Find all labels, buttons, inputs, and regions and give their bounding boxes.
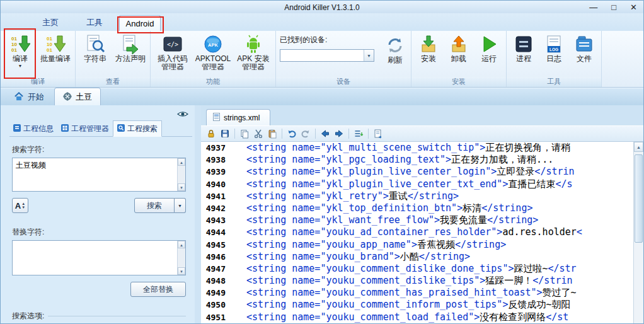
editor-scrollbar[interactable]: ▲ bbox=[633, 142, 643, 323]
replace-input-box: ▲ ▼ bbox=[12, 240, 186, 275]
code-line[interactable]: 4945 <string name="youku_app_name">香蕉视频<… bbox=[201, 239, 633, 251]
scroll-up-icon[interactable]: ▲ bbox=[634, 142, 643, 152]
titlebar: Android Killer V1.3.1.0 — □ ✕ bbox=[1, 1, 643, 14]
tab-project-manager[interactable]: 工程管理器 bbox=[57, 120, 113, 136]
code-line[interactable]: 4951 <string name="youku_comment_load_fa… bbox=[201, 311, 633, 323]
run-button[interactable]: 运行 bbox=[474, 32, 503, 63]
code-line[interactable]: 4939 <string name="ykl_plugin_live_cente… bbox=[201, 166, 633, 178]
ribbon-group-view-label: 查看 bbox=[76, 77, 150, 87]
menu-tab-home[interactable]: 主页 bbox=[31, 14, 70, 31]
strings-button[interactable]: 字符串 bbox=[78, 32, 112, 63]
line-content: <string name="ykl_retry">重试</string> bbox=[231, 190, 633, 202]
menu-tab-tools[interactable]: 工具 bbox=[75, 14, 114, 31]
tab-project-info[interactable]: 工程信息 bbox=[9, 120, 57, 136]
tab-strings-xml[interactable]: strings.xml bbox=[206, 109, 270, 125]
device-combobox-arrow[interactable]: ▼ bbox=[364, 50, 374, 61]
export-icon[interactable] bbox=[372, 127, 384, 140]
scroll-down-icon[interactable]: ▼ bbox=[178, 183, 185, 191]
replace-string-label: 替换字符: bbox=[12, 227, 195, 238]
code-line[interactable]: 4947 <string name="youku_comment_dislike… bbox=[201, 263, 633, 275]
menu-tab-android[interactable]: Android bbox=[119, 15, 161, 31]
code-line[interactable]: 4946 <string name="youku_brand">小酷</stri… bbox=[201, 251, 633, 263]
compile-button[interactable]: 01 10 01 编译 ▼ bbox=[3, 32, 37, 68]
code-line[interactable]: 4950 <string name="youku_comment_inform_… bbox=[201, 299, 633, 311]
xml-close-tag: </string> bbox=[455, 239, 506, 250]
ribbon-group-tools: 进程 LOG 日志 bbox=[507, 31, 602, 87]
code-line[interactable]: 4937 <string name="ykl_multi_scene_switc… bbox=[201, 142, 633, 154]
list-icon[interactable] bbox=[352, 127, 365, 140]
code-line[interactable]: 4940 <string name="ykl_plugin_live_cente… bbox=[201, 178, 633, 190]
code-area[interactable]: 4937 <string name="ykl_multi_scene_switc… bbox=[201, 142, 633, 323]
method-declaration-button[interactable]: 方法声明 bbox=[113, 32, 147, 63]
log-button[interactable]: LOG 日志 bbox=[539, 32, 568, 63]
line-number: 4943 bbox=[201, 214, 231, 226]
paste-icon[interactable] bbox=[266, 127, 279, 140]
batch-compile-button[interactable]: 01 10 01 批量编译 bbox=[38, 32, 72, 63]
code-line[interactable]: 4938 <string name="ykl_pgc_loading_text"… bbox=[201, 154, 633, 166]
process-button[interactable]: 进程 bbox=[509, 32, 538, 63]
insert-code-manager-button[interactable]: </> 插入代码 管理器 bbox=[153, 32, 192, 71]
tab-project-search[interactable]: 工程搜索 bbox=[113, 120, 162, 137]
cut-icon[interactable] bbox=[252, 127, 265, 140]
line-number: 4944 bbox=[201, 226, 231, 238]
panel-splitter[interactable] bbox=[195, 105, 201, 323]
xml-open-tag: <string name="youku_comment_dislike_tips… bbox=[246, 275, 485, 286]
copy-icon[interactable] bbox=[238, 127, 251, 140]
code-line[interactable]: 4942 <string name="ykl_top_definition_bt… bbox=[201, 202, 633, 214]
back-arrow-icon[interactable] bbox=[319, 127, 331, 140]
file-button[interactable]: 文件 bbox=[570, 32, 599, 63]
tab-project[interactable]: 土豆 bbox=[54, 88, 101, 105]
android-robot-icon bbox=[243, 34, 263, 54]
forward-arrow-icon[interactable] bbox=[333, 127, 345, 140]
code-line[interactable]: 4948 <string name="youku_comment_dislike… bbox=[201, 275, 633, 287]
uninstall-button[interactable]: 卸载 bbox=[444, 32, 473, 63]
xml-open-tag: <string name="ykl_pgc_loading_text"> bbox=[246, 154, 451, 165]
insert-code-icon: </> bbox=[163, 34, 183, 54]
refresh-icon bbox=[385, 35, 405, 55]
apk-install-manager-button[interactable]: APK 安装 管理器 bbox=[234, 32, 273, 71]
search-button[interactable]: 搜索 bbox=[134, 198, 175, 213]
lock-icon[interactable] bbox=[205, 127, 217, 140]
scrollbar-thumb[interactable] bbox=[635, 154, 643, 243]
install-button[interactable]: 安装 bbox=[414, 32, 443, 63]
xml-open-tag: <string name="youku_ad_container_res_hol… bbox=[246, 226, 502, 238]
redo-icon[interactable] bbox=[299, 127, 312, 140]
scroll-up-icon[interactable]: ▲ bbox=[178, 241, 185, 248]
minimize-button[interactable]: — bbox=[589, 2, 597, 13]
search-dropdown-button[interactable]: ▼ bbox=[175, 198, 186, 213]
xml-open-tag: <string name="ykl_want_free_flow"> bbox=[246, 214, 440, 226]
method-declaration-icon bbox=[120, 34, 141, 54]
scroll-up-icon[interactable]: ▲ bbox=[178, 158, 185, 166]
code-line[interactable]: 4943 <string name="ykl_want_free_flow">我… bbox=[201, 214, 633, 226]
undo-icon[interactable] bbox=[285, 127, 298, 140]
apktool-manager-button[interactable]: APK APKTOOL 管理器 bbox=[193, 32, 233, 71]
eye-icon[interactable] bbox=[177, 109, 188, 117]
maximize-button[interactable]: □ bbox=[611, 2, 616, 13]
left-panel: 工程信息 工程管理器 bbox=[1, 105, 195, 323]
code-line[interactable]: 4944 <string name="youku_ad_container_re… bbox=[201, 226, 633, 238]
search-input[interactable]: 土豆视频 bbox=[13, 158, 176, 191]
code-line[interactable]: 4941 <string name="ykl_retry">重试</string… bbox=[201, 190, 633, 202]
tab-start[interactable]: 开始 bbox=[6, 88, 52, 105]
replace-input-scrollbar[interactable]: ▲ ▼ bbox=[177, 241, 185, 275]
device-combobox[interactable]: ▼ bbox=[280, 49, 374, 62]
xml-text-value: 猛踩一脚！ bbox=[485, 275, 532, 286]
ribbon-group-device: 已找到的设备: ▼ 刷新 bbox=[276, 31, 411, 87]
replace-all-button[interactable]: 全部替换 bbox=[130, 282, 186, 297]
save-icon[interactable] bbox=[219, 127, 231, 140]
scroll-down-icon[interactable]: ▼ bbox=[178, 267, 185, 275]
code-line[interactable]: 4949 <string name="youku_comment_has_pra… bbox=[201, 287, 633, 299]
line-content: <string name="youku_comment_dislike_done… bbox=[231, 263, 633, 275]
xml-close-tag: </strin bbox=[534, 166, 574, 177]
font-button[interactable]: A ▲▼ bbox=[12, 198, 28, 213]
install-icon bbox=[418, 34, 439, 54]
compile-dropdown-arrow[interactable]: ▼ bbox=[18, 64, 23, 68]
window-controls: — □ ✕ bbox=[589, 2, 637, 13]
replace-button-row: 全部替换 bbox=[12, 282, 186, 297]
project-info-icon bbox=[13, 124, 21, 134]
close-button[interactable]: ✕ bbox=[630, 2, 637, 13]
xml-open-tag: <string name="ykl_multi_scene_switch_tip… bbox=[246, 142, 485, 153]
search-input-scrollbar[interactable]: ▲ ▼ bbox=[177, 158, 185, 191]
replace-input[interactable] bbox=[13, 241, 176, 275]
refresh-button[interactable]: 刷新 bbox=[383, 33, 407, 77]
